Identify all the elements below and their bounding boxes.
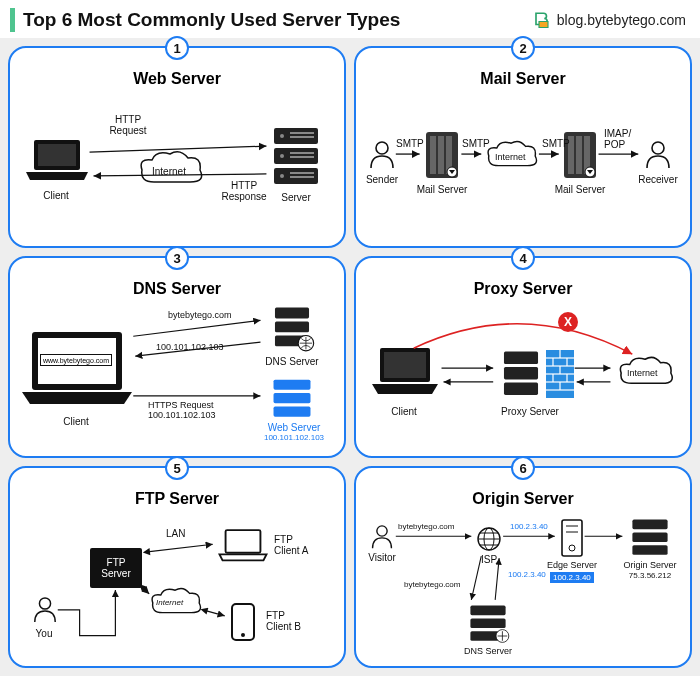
panel-number: 3	[165, 246, 189, 270]
brand-logo-icon	[533, 11, 551, 29]
smtp-label: SMTP	[462, 138, 490, 149]
arrows	[18, 306, 336, 446]
blocked-icon: X	[558, 312, 578, 332]
diagram-dns-server: www.bytebytego.com Client DNS Server Web…	[18, 306, 336, 446]
panel-title: Mail Server	[364, 70, 682, 88]
diagram-proxy-server: Client Proxy Server Internet	[364, 306, 682, 446]
panel-proxy-server: 4 Proxy Server Client Proxy Server Inter…	[354, 256, 692, 458]
panel-title: Origin Server	[364, 490, 682, 508]
domain-label: bytebytego.com	[398, 522, 454, 531]
arrows	[364, 96, 682, 236]
arrows	[18, 516, 336, 656]
title-accent-bar	[10, 8, 15, 32]
panel-number: 4	[511, 246, 535, 270]
panel-title: Proxy Server	[364, 280, 682, 298]
panel-number: 1	[165, 36, 189, 60]
domain-label: bytebytego.com	[168, 310, 232, 320]
panel-mail-server: 2 Mail Server Sender Mail Server Interne…	[354, 46, 692, 248]
http-response-label: HTTP Response	[221, 180, 266, 202]
imap-pop-label: IMAP/ POP	[604, 128, 631, 150]
ip-label: 100.101.102.103	[156, 342, 224, 352]
header: Top 6 Most Commonly Used Server Types bl…	[0, 0, 700, 38]
diagram-ftp-server: You FTP Server FTP Client A FTP Client B…	[18, 516, 336, 656]
brand: blog.bytebytego.com	[533, 11, 686, 29]
svg-line-70	[145, 544, 213, 552]
title-wrap: Top 6 Most Commonly Used Server Types	[10, 8, 400, 32]
diagram-origin-server: Visitor ISP Edge Server Origin Server 75…	[364, 516, 682, 656]
diagram-mail-server: Sender Mail Server Internet Mail Server …	[364, 96, 682, 236]
smtp-label: SMTP	[542, 138, 570, 149]
arrows	[364, 306, 682, 446]
svg-line-72	[203, 610, 225, 616]
svg-line-15	[94, 174, 267, 176]
panel-ftp-server: 5 FTP Server You FTP Server FTP Client A…	[8, 466, 346, 668]
panel-title: DNS Server	[18, 280, 336, 298]
ip-label: 100.2.3.40	[508, 570, 546, 579]
svg-line-71	[141, 586, 149, 594]
domain-label: bytebytego.com	[404, 580, 460, 589]
http-request-label: HTTP Request	[109, 114, 146, 136]
svg-line-96	[495, 558, 499, 600]
svg-line-14	[90, 146, 267, 152]
panel-number: 6	[511, 456, 535, 480]
page-title: Top 6 Most Commonly Used Server Types	[23, 9, 400, 31]
brand-text: blog.bytebytego.com	[557, 12, 686, 28]
panel-number: 2	[511, 36, 535, 60]
https-request-label: HTTPS Request 100.101.102.103	[148, 400, 216, 420]
panel-title: FTP Server	[18, 490, 336, 508]
panel-origin-server: 6 Origin Server Visitor ISP Edge Server …	[354, 466, 692, 668]
panel-number: 5	[165, 456, 189, 480]
panel-title: Web Server	[18, 70, 336, 88]
ip-label: 100.2.3.40	[510, 522, 548, 531]
svg-line-95	[471, 556, 481, 600]
arrows	[18, 96, 336, 236]
panel-dns-server: 3 DNS Server www.bytebytego.com Client D…	[8, 256, 346, 458]
panel-grid: 1 Web Server Client Internet Server HTTP…	[8, 46, 692, 668]
panel-web-server: 1 Web Server Client Internet Server HTTP…	[8, 46, 346, 248]
edge-ip-label: 100.2.3.40	[550, 572, 594, 583]
smtp-label: SMTP	[396, 138, 424, 149]
diagram-container: 1 Web Server Client Internet Server HTTP…	[0, 38, 700, 676]
diagram-web-server: Client Internet Server HTTP Request HTTP…	[18, 96, 336, 236]
svg-line-41	[133, 320, 260, 336]
